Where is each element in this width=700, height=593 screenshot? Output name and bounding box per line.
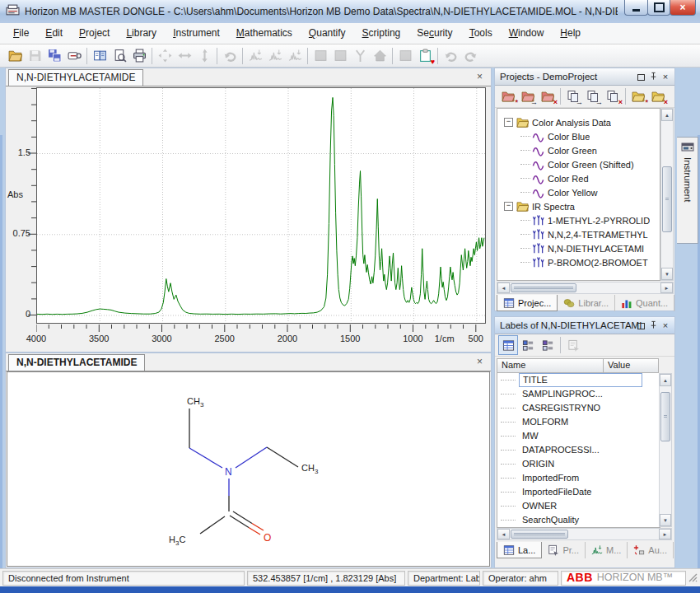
tree-item[interactable]: −IR Spectra [497,199,660,213]
tree-item[interactable]: P-BROMO(2-BROMOET [497,255,660,269]
print-button[interactable] [129,46,149,66]
scroll-thumb[interactable] [662,166,672,232]
tree-item[interactable]: Color Red [497,171,660,185]
labels-hscrollbar[interactable]: ◄ ► [497,528,672,540]
label-row[interactable]: SAMPLINGPROC... [497,387,660,401]
delete-item-button[interactable]: × [603,86,623,106]
scroll-down-button[interactable]: ▼ [660,514,671,526]
copy-item-button[interactable]: → [583,86,603,106]
open-button[interactable] [5,46,25,66]
copy-to-clipboard-button[interactable]: ♥ [415,46,435,66]
labels-pin-button[interactable] [647,320,659,332]
projects-panel-header[interactable]: Projects - DemoProject × [495,68,674,86]
scroll-right-button[interactable]: ► [659,529,671,539]
label-row[interactable]: TITLE [497,373,660,387]
scroll-up-button[interactable]: ▲ [661,109,673,121]
column-header-name[interactable]: Name [497,358,604,373]
label-row[interactable]: OWNER [497,499,660,513]
molecule-close-button[interactable]: × [474,356,486,368]
scroll-left-button[interactable]: ◄ [497,529,510,539]
menu-help[interactable]: Help [552,23,589,44]
projects-close-button[interactable]: × [660,72,671,83]
tree-item[interactable]: 1-METHYL-2-PYRROLID [497,213,660,227]
menu-scripting[interactable]: Scripting [354,23,409,44]
move-into-project-button[interactable]: → [563,86,583,106]
labels-close-button[interactable]: × [660,320,671,332]
view-grouped-alt-button[interactable] [538,335,558,355]
print-preview-button[interactable] [110,46,129,66]
menu-library[interactable]: Library [118,23,165,44]
spectrum-tab[interactable]: N,N-DIETHYLACETAMIDE [8,69,143,86]
new-project-button[interactable]: * [498,86,518,106]
label-row[interactable]: SearchQuality [497,513,660,527]
view-details-button[interactable] [498,335,518,355]
save-all-button[interactable] [44,46,64,66]
tree-item[interactable]: Color Blue [497,129,660,143]
tab-quant[interactable]: Quant... [615,295,674,311]
menu-window[interactable]: Window [501,23,553,44]
label-row[interactable]: MOLFORM [497,415,660,429]
tab-la[interactable]: La... [497,542,542,558]
projects-hscrollbar[interactable]: ◄ ► [497,282,674,294]
label-row[interactable]: ImportedFileDate [497,485,660,499]
tree-item[interactable]: Color Green [497,143,660,157]
tree-item[interactable]: −Color Analysis Data [497,115,660,129]
tree-item[interactable]: N,N,2,4-TETRAMETHYL [497,227,660,241]
menu-quantify[interactable]: Quantify [301,23,354,44]
menu-tools[interactable]: Tools [461,23,501,44]
label-row[interactable]: ImportedFrom [497,471,660,485]
spectrum-plot[interactable] [36,87,486,324]
tab-librar[interactable]: Librar... [558,295,615,311]
label-row[interactable]: MW [497,429,660,443]
label-row[interactable]: DATAPROCESSI... [497,443,660,457]
projects-pin-button[interactable] [647,72,659,83]
security-dongle-button[interactable] [64,46,84,66]
molecule-tab[interactable]: N,N-DIETHYLACETAMIDE [8,354,145,371]
new-folder-button[interactable]: * [628,86,648,106]
maximize-button[interactable] [647,0,670,16]
y-tick-label: 1.5 [9,147,30,157]
resize-grip[interactable] [688,573,698,582]
tree-item[interactable]: N,N-DIETHYLACETAMI [497,241,660,255]
scroll-right-button[interactable]: ► [660,282,673,293]
open-project-button[interactable]: → [518,86,538,106]
menu-instrument[interactable]: Instrument [165,23,228,44]
titlebar[interactable]: Horizon MB MASTER DONGLE - C:\Users\ahm\… [0,0,700,24]
expander-icon[interactable]: − [504,118,513,127]
scroll-thumb[interactable] [511,530,568,539]
tree-item[interactable]: Color Green (Shifted) [497,157,660,171]
find-button[interactable] [90,46,110,66]
labels-float-button[interactable] [635,320,646,332]
tree-item[interactable]: Color Yellow [497,185,660,199]
tab-m[interactable]: M... [586,542,628,558]
delete-project-button[interactable]: × [538,86,558,106]
molecule-canvas[interactable] [7,371,490,567]
menu-mathematics[interactable]: Mathematics [228,23,301,44]
scroll-up-button[interactable]: ▲ [660,374,671,386]
menu-security[interactable]: Security [408,23,460,44]
labels-panel-header[interactable]: Labels of N,N-DIETHYLACETAMI × [495,317,674,334]
label-row[interactable]: ORIGIN [497,457,660,471]
projects-float-button[interactable] [635,72,646,83]
projects-vscrollbar[interactable]: ▲ ▼ [660,108,674,281]
labels-vscrollbar[interactable]: ▲ ▼ [659,373,672,527]
expander-icon[interactable]: − [504,202,513,211]
scroll-thumb[interactable] [660,392,670,441]
tab-pr[interactable]: Pr... [542,542,586,558]
tab-projec[interactable]: Projec... [497,295,558,311]
menu-project[interactable]: Project [71,23,118,44]
menu-edit[interactable]: Edit [37,23,71,44]
minimize-button[interactable] [624,0,648,16]
close-button[interactable]: × [670,0,696,16]
spectrum-close-button[interactable]: × [474,71,486,83]
scroll-down-button[interactable]: ▼ [661,268,673,280]
label-row[interactable]: CASREGISTRYNO [497,401,660,415]
tab-au[interactable]: Au... [628,542,674,558]
scroll-thumb[interactable] [511,283,576,292]
scroll-left-button[interactable]: ◄ [497,282,510,293]
column-header-value[interactable]: Value [604,358,659,373]
menu-file[interactable]: File [5,23,37,44]
view-grouped-button[interactable] [518,335,538,355]
instrument-side-tab[interactable]: Instrument [677,137,698,244]
delete-folder-button[interactable]: × [648,86,668,106]
